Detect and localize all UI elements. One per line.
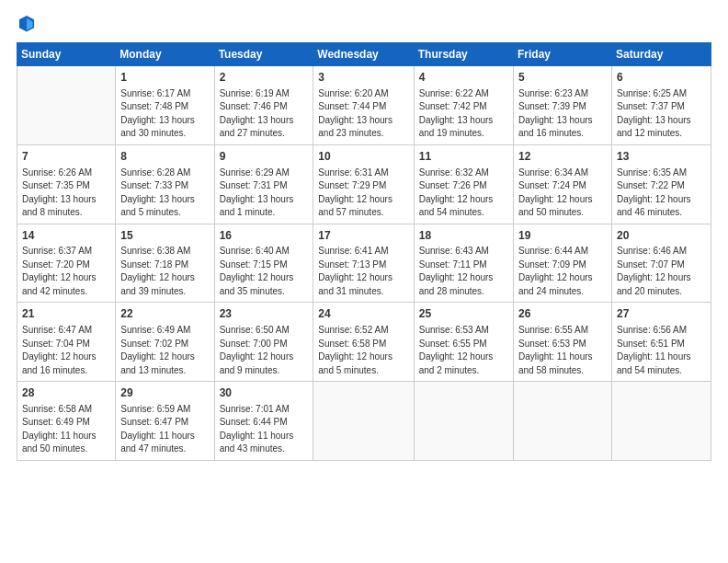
- day-number: 18: [419, 228, 508, 244]
- day-number: 2: [220, 70, 309, 86]
- day-info: Sunrise: 6:43 AM Sunset: 7:11 PM Dayligh…: [419, 245, 508, 298]
- weekday-header: Wednesday: [313, 43, 414, 66]
- day-info: Sunrise: 6:23 AM Sunset: 7:39 PM Dayligh…: [518, 87, 607, 141]
- calendar-body: 1Sunrise: 6:17 AM Sunset: 7:48 PM Daylig…: [17, 66, 711, 461]
- day-number: 3: [318, 70, 408, 86]
- day-info: Sunrise: 6:32 AM Sunset: 7:26 PM Dayligh…: [419, 167, 508, 220]
- day-number: 1: [120, 70, 209, 86]
- calendar-cell: 28Sunrise: 6:58 AM Sunset: 6:49 PM Dayli…: [17, 382, 116, 461]
- day-info: Sunrise: 6:46 AM Sunset: 7:07 PM Dayligh…: [617, 245, 706, 298]
- day-number: 28: [22, 385, 110, 401]
- day-number: 8: [120, 149, 209, 165]
- day-number: 24: [318, 306, 408, 322]
- calendar-cell: 23Sunrise: 6:50 AM Sunset: 7:00 PM Dayli…: [214, 303, 313, 382]
- weekday-row: SundayMondayTuesdayWednesdayThursdayFrid…: [17, 43, 711, 66]
- calendar-cell: 3Sunrise: 6:20 AM Sunset: 7:44 PM Daylig…: [313, 66, 414, 145]
- day-info: Sunrise: 6:28 AM Sunset: 7:33 PM Dayligh…: [120, 167, 209, 220]
- day-number: 30: [220, 385, 309, 401]
- calendar-header: SundayMondayTuesdayWednesdayThursdayFrid…: [17, 43, 711, 66]
- day-number: 20: [617, 228, 706, 244]
- calendar-cell: 16Sunrise: 6:40 AM Sunset: 7:15 PM Dayli…: [214, 224, 313, 303]
- calendar-cell: 9Sunrise: 6:29 AM Sunset: 7:31 PM Daylig…: [214, 144, 313, 224]
- day-number: 23: [220, 306, 309, 322]
- calendar-cell: 27Sunrise: 6:56 AM Sunset: 6:51 PM Dayli…: [611, 303, 711, 382]
- day-info: Sunrise: 6:29 AM Sunset: 7:31 PM Dayligh…: [220, 167, 309, 220]
- day-info: Sunrise: 6:50 AM Sunset: 7:00 PM Dayligh…: [220, 324, 309, 377]
- day-info: Sunrise: 6:37 AM Sunset: 7:20 PM Dayligh…: [22, 245, 110, 298]
- day-info: Sunrise: 6:25 AM Sunset: 7:37 PM Dayligh…: [617, 87, 706, 141]
- day-number: 19: [518, 228, 607, 244]
- weekday-header: Monday: [116, 43, 214, 66]
- day-number: 22: [120, 306, 209, 322]
- day-number: 21: [22, 306, 110, 322]
- day-info: Sunrise: 6:19 AM Sunset: 7:46 PM Dayligh…: [220, 87, 309, 141]
- day-number: 17: [318, 228, 408, 244]
- day-info: Sunrise: 7:01 AM Sunset: 6:44 PM Dayligh…: [220, 403, 309, 456]
- day-info: Sunrise: 6:17 AM Sunset: 7:48 PM Dayligh…: [120, 87, 209, 141]
- weekday-header: Friday: [513, 43, 611, 66]
- day-info: Sunrise: 6:31 AM Sunset: 7:29 PM Dayligh…: [318, 167, 408, 220]
- calendar-cell: 6Sunrise: 6:25 AM Sunset: 7:37 PM Daylig…: [611, 66, 711, 145]
- weekday-header: Sunday: [17, 43, 116, 66]
- calendar-cell: 2Sunrise: 6:19 AM Sunset: 7:46 PM Daylig…: [214, 66, 313, 145]
- day-info: Sunrise: 6:47 AM Sunset: 7:04 PM Dayligh…: [22, 324, 110, 377]
- calendar-cell: 30Sunrise: 7:01 AM Sunset: 6:44 PM Dayli…: [214, 382, 313, 461]
- calendar-cell: 14Sunrise: 6:37 AM Sunset: 7:20 PM Dayli…: [17, 224, 116, 303]
- calendar-cell: 29Sunrise: 6:59 AM Sunset: 6:47 PM Dayli…: [116, 382, 214, 461]
- day-info: Sunrise: 6:41 AM Sunset: 7:13 PM Dayligh…: [318, 245, 408, 298]
- calendar-cell: [513, 382, 611, 461]
- calendar-cell: 20Sunrise: 6:46 AM Sunset: 7:07 PM Dayli…: [611, 224, 711, 303]
- day-info: Sunrise: 6:59 AM Sunset: 6:47 PM Dayligh…: [120, 403, 209, 456]
- day-number: 5: [518, 70, 607, 86]
- calendar-week-row: 1Sunrise: 6:17 AM Sunset: 7:48 PM Daylig…: [17, 66, 711, 145]
- day-number: 16: [220, 228, 309, 244]
- day-number: 25: [419, 306, 508, 322]
- day-number: 11: [419, 149, 508, 165]
- calendar-cell: 5Sunrise: 6:23 AM Sunset: 7:39 PM Daylig…: [513, 66, 611, 145]
- calendar-cell: [414, 382, 513, 461]
- calendar-cell: 26Sunrise: 6:55 AM Sunset: 6:53 PM Dayli…: [513, 303, 611, 382]
- day-number: 26: [518, 306, 607, 322]
- calendar-cell: 22Sunrise: 6:49 AM Sunset: 7:02 PM Dayli…: [116, 303, 214, 382]
- weekday-header: Saturday: [611, 43, 711, 66]
- page: SundayMondayTuesdayWednesdayThursdayFrid…: [0, 0, 728, 563]
- day-info: Sunrise: 6:20 AM Sunset: 7:44 PM Dayligh…: [318, 87, 408, 141]
- day-info: Sunrise: 6:38 AM Sunset: 7:18 PM Dayligh…: [120, 245, 209, 298]
- day-number: 6: [617, 70, 706, 86]
- calendar-cell: 4Sunrise: 6:22 AM Sunset: 7:42 PM Daylig…: [414, 66, 513, 145]
- day-info: Sunrise: 6:40 AM Sunset: 7:15 PM Dayligh…: [220, 245, 309, 298]
- calendar-cell: 21Sunrise: 6:47 AM Sunset: 7:04 PM Dayli…: [17, 303, 116, 382]
- calendar-cell: 11Sunrise: 6:32 AM Sunset: 7:26 PM Dayli…: [414, 144, 513, 224]
- day-number: 4: [419, 70, 508, 86]
- calendar-cell: 8Sunrise: 6:28 AM Sunset: 7:33 PM Daylig…: [116, 144, 214, 224]
- calendar-cell: [313, 382, 414, 461]
- calendar-cell: 1Sunrise: 6:17 AM Sunset: 7:48 PM Daylig…: [116, 66, 214, 145]
- calendar-cell: [611, 382, 711, 461]
- day-info: Sunrise: 6:22 AM Sunset: 7:42 PM Dayligh…: [419, 87, 508, 141]
- calendar-cell: 25Sunrise: 6:53 AM Sunset: 6:55 PM Dayli…: [414, 303, 513, 382]
- day-number: 10: [318, 149, 408, 165]
- day-number: 27: [617, 306, 706, 322]
- calendar-cell: 19Sunrise: 6:44 AM Sunset: 7:09 PM Dayli…: [513, 224, 611, 303]
- day-number: 29: [120, 385, 209, 401]
- logo-icon: [17, 13, 37, 33]
- header: [17, 17, 711, 33]
- calendar-cell: 17Sunrise: 6:41 AM Sunset: 7:13 PM Dayli…: [313, 224, 414, 303]
- day-info: Sunrise: 6:52 AM Sunset: 6:58 PM Dayligh…: [318, 324, 408, 377]
- calendar-cell: 13Sunrise: 6:35 AM Sunset: 7:22 PM Dayli…: [611, 144, 711, 224]
- day-number: 7: [22, 149, 110, 165]
- day-info: Sunrise: 6:35 AM Sunset: 7:22 PM Dayligh…: [617, 167, 706, 220]
- calendar-week-row: 14Sunrise: 6:37 AM Sunset: 7:20 PM Dayli…: [17, 224, 711, 303]
- calendar-cell: 24Sunrise: 6:52 AM Sunset: 6:58 PM Dayli…: [313, 303, 414, 382]
- calendar-cell: 7Sunrise: 6:26 AM Sunset: 7:35 PM Daylig…: [17, 144, 116, 224]
- day-info: Sunrise: 6:58 AM Sunset: 6:49 PM Dayligh…: [22, 403, 110, 456]
- calendar-week-row: 7Sunrise: 6:26 AM Sunset: 7:35 PM Daylig…: [17, 144, 711, 224]
- day-number: 15: [120, 228, 209, 244]
- calendar: SundayMondayTuesdayWednesdayThursdayFrid…: [17, 42, 711, 461]
- day-info: Sunrise: 6:44 AM Sunset: 7:09 PM Dayligh…: [518, 245, 607, 298]
- calendar-cell: 15Sunrise: 6:38 AM Sunset: 7:18 PM Dayli…: [116, 224, 214, 303]
- calendar-cell: [17, 66, 116, 145]
- day-info: Sunrise: 6:56 AM Sunset: 6:51 PM Dayligh…: [617, 324, 706, 377]
- day-info: Sunrise: 6:49 AM Sunset: 7:02 PM Dayligh…: [120, 324, 209, 377]
- day-info: Sunrise: 6:53 AM Sunset: 6:55 PM Dayligh…: [419, 324, 508, 377]
